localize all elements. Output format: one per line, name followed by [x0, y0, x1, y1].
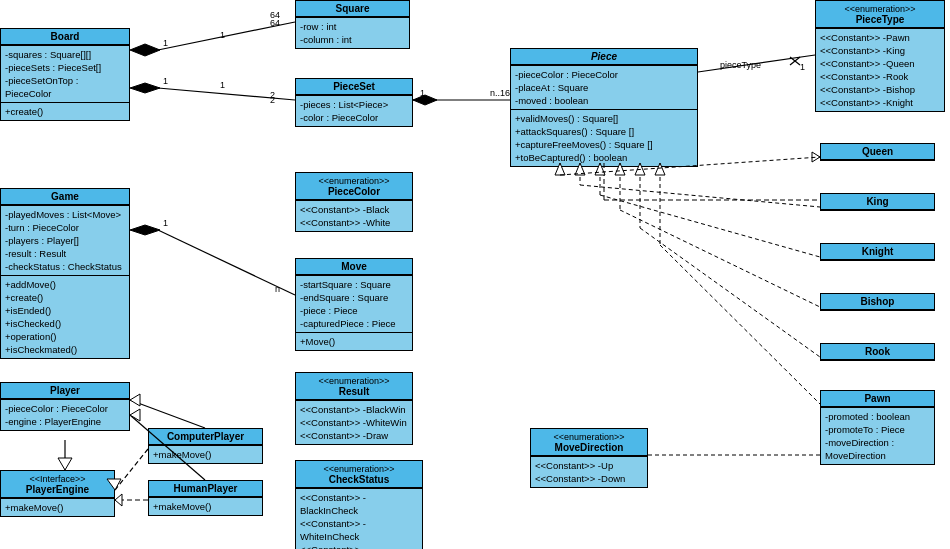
result-title: <<enumeration>>Result [296, 373, 412, 400]
svg-line-44 [115, 449, 148, 490]
uml-diagram: Board -squares : Square[][] -pieceSets :… [0, 0, 950, 549]
piececolor-title: <<enumeration>>PieceColor [296, 173, 412, 200]
svg-line-33 [580, 185, 820, 207]
svg-marker-0 [130, 44, 160, 56]
knight-class: Knight [820, 243, 935, 261]
svg-marker-19 [812, 152, 820, 162]
computerplayer-methods: +makeMove() [149, 445, 262, 463]
pieceset-attrs: -pieces : List<Piece> -color : PieceColo… [296, 95, 412, 126]
piecetype-attrs: <<Constant>> -Pawn <<Constant>> -King <<… [816, 28, 944, 111]
svg-marker-4 [130, 83, 160, 93]
result-attrs: <<Constant>> -BlackWin <<Constant>> -Whi… [296, 400, 412, 444]
svg-line-37 [660, 245, 820, 404]
svg-line-48 [130, 400, 205, 428]
multiplicity-board-square-64: 64 [270, 18, 280, 28]
humanplayer-class: HumanPlayer +makeMove() [148, 480, 263, 516]
svg-text:1: 1 [163, 218, 168, 228]
checkstatus-class: <<enumeration>>CheckStatus <<Constant>> … [295, 460, 423, 549]
result-class: <<enumeration>>Result <<Constant>> -Blac… [295, 372, 413, 445]
svg-marker-47 [115, 494, 122, 506]
king-title: King [821, 194, 934, 210]
svg-text:n..16: n..16 [490, 88, 510, 98]
svg-text:1: 1 [420, 88, 425, 98]
square-attrs: -row : int -column : int [296, 17, 409, 48]
svg-line-35 [620, 210, 820, 307]
humanplayer-methods: +makeMove() [149, 497, 262, 515]
rook-title: Rook [821, 344, 934, 360]
svg-line-36 [640, 228, 820, 357]
multiplicity-board-square-1: 1 [220, 30, 225, 40]
knight-title: Knight [821, 244, 934, 260]
board-attrs: -squares : Square[][] -pieceSets : Piece… [1, 45, 129, 102]
playerengine-title: <<Interface>>PlayerEngine [1, 471, 114, 498]
movedirection-attrs: <<Constant>> -Up <<Constant>> -Down [531, 456, 647, 487]
queen-class: Queen [820, 143, 935, 161]
svg-text:1: 1 [163, 38, 168, 48]
game-methods: +addMove() +create() +isEnded() +isCheck… [1, 275, 129, 358]
svg-marker-11 [413, 95, 437, 105]
multiplicity-board-pieceset-2: 2 [270, 95, 275, 105]
multiplicity-board-pieceset-1: 1 [220, 80, 225, 90]
svg-line-16 [790, 57, 800, 65]
game-title: Game [1, 189, 129, 205]
svg-line-12 [698, 55, 815, 72]
player-class: Player -pieceColor : PieceColor -engine … [0, 382, 130, 431]
piecetype-class: <<enumeration>>PieceType <<Constant>> -P… [815, 0, 945, 112]
move-attrs: -startSquare : Square -endSquare : Squar… [296, 275, 412, 332]
svg-text:1: 1 [163, 76, 168, 86]
svg-marker-43 [58, 458, 72, 470]
playerengine-methods: +makeMove() [1, 498, 114, 516]
board-title: Board [1, 29, 129, 45]
piece-class: Piece -pieceColor : PieceColor -placeAt … [510, 48, 698, 167]
humanplayer-title: HumanPlayer [149, 481, 262, 497]
svg-marker-49 [130, 394, 140, 406]
move-class: Move -startSquare : Square -endSquare : … [295, 258, 413, 351]
pawn-title: Pawn [821, 391, 934, 407]
board-methods: +create() [1, 102, 129, 120]
pieceset-class: PieceSet -pieces : List<Piece> -color : … [295, 78, 413, 127]
king-class: King [820, 193, 935, 211]
bishop-title: Bishop [821, 294, 934, 310]
movedirection-class: <<enumeration>>MoveDirection <<Constant>… [530, 428, 648, 488]
movedirection-title: <<enumeration>>MoveDirection [531, 429, 647, 456]
svg-marker-38 [130, 225, 160, 235]
player-title: Player [1, 383, 129, 399]
svg-text:pieceType: pieceType [720, 60, 761, 70]
queen-title: Queen [821, 144, 934, 160]
svg-marker-51 [130, 409, 140, 421]
checkstatus-attrs: <<Constant>> -BlackInCheck <<Constant>> … [296, 488, 422, 549]
svg-line-15 [790, 57, 800, 65]
svg-line-34 [600, 195, 820, 257]
svg-text:n: n [275, 284, 280, 294]
computerplayer-class: ComputerPlayer +makeMove() [148, 428, 263, 464]
piece-attrs: -pieceColor : PieceColor -placeAt : Squa… [511, 65, 697, 109]
pawn-class: Pawn -promoted : boolean -promoteTo : Pi… [820, 390, 935, 465]
pawn-attrs: -promoted : boolean -promoteTo : Piece -… [821, 407, 934, 464]
piece-title: Piece [511, 49, 697, 65]
checkstatus-title: <<enumeration>>CheckStatus [296, 461, 422, 488]
piecetype-title: <<enumeration>>PieceType [816, 1, 944, 28]
piececolor-class: <<enumeration>>PieceColor <<Constant>> -… [295, 172, 413, 232]
move-title: Move [296, 259, 412, 275]
square-title: Square [296, 1, 409, 17]
computerplayer-title: ComputerPlayer [149, 429, 262, 445]
piececolor-attrs: <<Constant>> -Black <<Constant>> -White [296, 200, 412, 231]
game-attrs: -playedMoves : List<Move> -turn : PieceC… [1, 205, 129, 275]
pieceset-title: PieceSet [296, 79, 412, 95]
game-class: Game -playedMoves : List<Move> -turn : P… [0, 188, 130, 359]
rook-class: Rook [820, 343, 935, 361]
svg-line-39 [158, 230, 295, 295]
playerengine-class: <<Interface>>PlayerEngine +makeMove() [0, 470, 115, 517]
svg-text:1: 1 [800, 62, 805, 72]
connectors: 64 1 2 1 1 n..16 pieceType 1 [0, 0, 950, 549]
player-attrs: -pieceColor : PieceColor -engine : Playe… [1, 399, 129, 430]
board-class: Board -squares : Square[][] -pieceSets :… [0, 28, 130, 121]
piece-methods: +validMoves() : Square[] +attackSquares(… [511, 109, 697, 166]
square-class: Square -row : int -column : int [295, 0, 410, 49]
move-methods: +Move() [296, 332, 412, 350]
bishop-class: Bishop [820, 293, 935, 311]
